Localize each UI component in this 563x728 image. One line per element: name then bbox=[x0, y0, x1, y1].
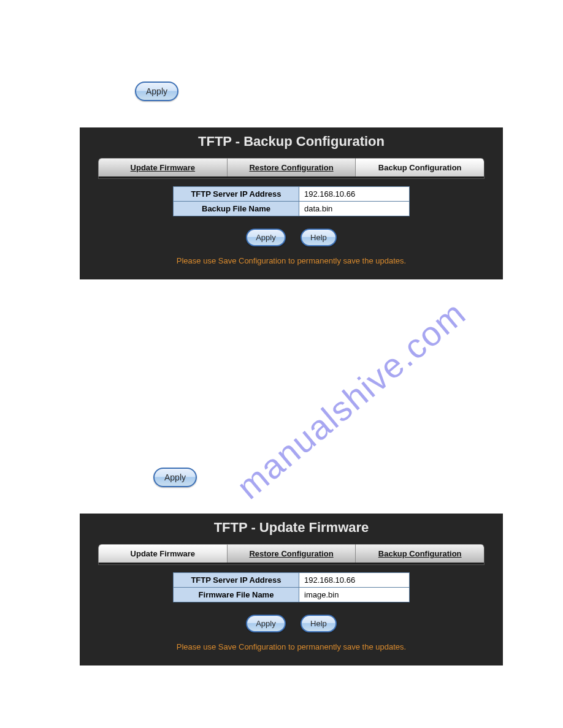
tab-restore-configuration[interactable]: Restore Configuration bbox=[227, 158, 356, 176]
save-hint: Please use Save Configuration to permane… bbox=[80, 256, 503, 265]
backup-filename-input[interactable] bbox=[304, 204, 404, 213]
tab-restore-configuration[interactable]: Restore Configuration bbox=[227, 544, 356, 563]
apply-button[interactable]: Apply bbox=[246, 229, 286, 246]
save-hint: Please use Save Configuration to permane… bbox=[80, 642, 503, 651]
tab-backup-configuration[interactable]: Backup Configuration bbox=[355, 544, 484, 563]
watermark-text: manualshive.com bbox=[229, 293, 474, 507]
tftp-ip-input[interactable] bbox=[304, 575, 404, 585]
tftp-ip-label: TFTP Server IP Address bbox=[174, 573, 299, 588]
button-row: Apply Help bbox=[80, 229, 503, 246]
tab-backup-configuration[interactable]: Backup Configuration bbox=[355, 158, 484, 176]
form-table: TFTP Server IP Address Backup File Name bbox=[173, 186, 410, 216]
backup-config-panel: TFTP - Backup Configuration Update Firmw… bbox=[80, 127, 503, 279]
tab-update-firmware[interactable]: Update Firmware bbox=[98, 158, 227, 176]
tab-content-strip bbox=[98, 176, 484, 179]
firmware-filename-input[interactable] bbox=[304, 590, 404, 599]
tftp-ip-label: TFTP Server IP Address bbox=[174, 187, 299, 202]
tab-bar: Update Firmware Restore Configuration Ba… bbox=[98, 544, 484, 563]
update-firmware-panel: TFTP - Update Firmware Update Firmware R… bbox=[80, 514, 503, 665]
apply-button[interactable]: Apply bbox=[153, 468, 197, 487]
help-button[interactable]: Help bbox=[301, 229, 337, 246]
button-row: Apply Help bbox=[80, 615, 503, 632]
apply-button[interactable]: Apply bbox=[135, 82, 178, 101]
page-title: TFTP - Backup Configuration bbox=[80, 134, 503, 150]
backup-filename-label: Backup File Name bbox=[174, 202, 299, 216]
form-table: TFTP Server IP Address Firmware File Nam… bbox=[173, 572, 410, 602]
apply-button[interactable]: Apply bbox=[246, 615, 286, 632]
firmware-filename-label: Firmware File Name bbox=[174, 588, 299, 602]
tab-bar: Update Firmware Restore Configuration Ba… bbox=[98, 158, 484, 176]
page-title: TFTP - Update Firmware bbox=[80, 520, 503, 536]
tab-update-firmware[interactable]: Update Firmware bbox=[98, 544, 227, 563]
help-button[interactable]: Help bbox=[301, 615, 337, 632]
tftp-ip-input[interactable] bbox=[304, 189, 404, 199]
tab-content-strip bbox=[98, 563, 484, 565]
